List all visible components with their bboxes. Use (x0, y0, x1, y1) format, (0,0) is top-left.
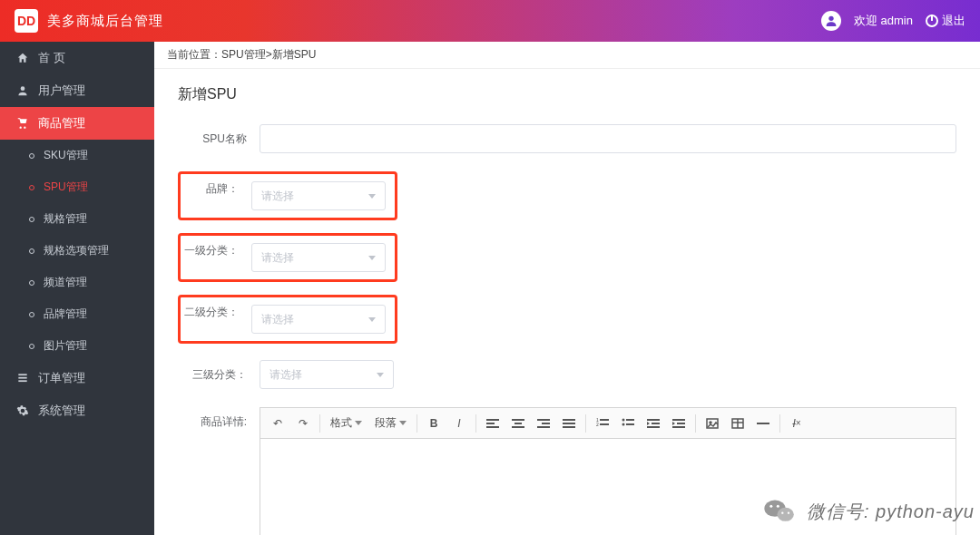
svg-rect-22 (626, 419, 634, 421)
svg-rect-24 (626, 423, 634, 425)
sidebar-item-specs[interactable]: 规格管理 (0, 203, 154, 235)
power-icon (926, 15, 938, 27)
logout-label: 退出 (942, 13, 965, 29)
sidebar-item-sku[interactable]: SKU管理 (0, 140, 154, 171)
svg-point-21 (622, 418, 625, 421)
sidebar-item-label: 规格管理 (44, 211, 87, 227)
svg-rect-16 (563, 426, 575, 428)
hr-button[interactable] (751, 412, 775, 435)
align-right-button[interactable] (532, 412, 555, 435)
svg-text:2: 2 (596, 422, 599, 427)
bullet-icon (29, 344, 34, 349)
sidebar-item-system[interactable]: 系统管理 (0, 394, 154, 427)
sidebar-item-label: 商品管理 (38, 115, 85, 131)
cat2-select[interactable]: 请选择 (251, 305, 386, 334)
sidebar: 首 页 用户管理 商品管理 SKU管理 SPU管理 规格管理 规格选项管理 频 (0, 42, 154, 535)
svg-point-1 (21, 86, 25, 91)
table-button[interactable] (726, 412, 750, 435)
separator (416, 414, 417, 433)
svg-point-23 (622, 423, 625, 425)
avatar[interactable] (821, 11, 841, 31)
chevron-down-icon (399, 421, 407, 425)
format-label: 格式 (330, 415, 352, 431)
breadcrumb: 当前位置： SPU管理>新增SPU (154, 42, 980, 69)
sidebar-item-channels[interactable]: 频道管理 (0, 267, 154, 298)
logout-button[interactable]: 退出 (926, 13, 965, 29)
svg-rect-3 (18, 377, 26, 379)
align-justify-button[interactable] (557, 412, 581, 435)
sidebar-item-users[interactable]: 用户管理 (0, 74, 154, 107)
svg-rect-11 (537, 419, 550, 421)
svg-point-51 (769, 505, 772, 508)
sidebar-item-label: SPU管理 (44, 180, 88, 195)
cat2-label: 二级分类： (181, 305, 251, 334)
chevron-down-icon (368, 256, 376, 260)
ordered-list-button[interactable]: 12 (591, 412, 614, 435)
chevron-down-icon (368, 194, 376, 199)
brand-select[interactable]: 请选择 (251, 181, 386, 210)
chevron-down-icon (377, 373, 384, 377)
redo-button[interactable]: ↷ (291, 412, 315, 435)
cat1-label: 一级分类： (181, 243, 251, 272)
svg-rect-20 (600, 423, 609, 425)
bullet-icon (29, 185, 34, 190)
sidebar-item-products[interactable]: 商品管理 (0, 107, 154, 140)
svg-rect-18 (600, 419, 609, 421)
sidebar-item-home[interactable]: 首 页 (0, 42, 154, 74)
sidebar-item-spec-options[interactable]: 规格选项管理 (0, 235, 154, 267)
cart-icon (16, 117, 29, 130)
separator (319, 414, 320, 433)
paragraph-label: 段落 (375, 415, 397, 431)
highlight-brand: 品牌： 请选择 (178, 171, 397, 220)
cat1-select[interactable]: 请选择 (251, 243, 386, 272)
align-center-button[interactable] (506, 412, 530, 435)
undo-button[interactable]: ↶ (266, 412, 289, 435)
separator (475, 414, 476, 433)
svg-rect-2 (18, 374, 26, 375)
spu-name-input[interactable] (260, 124, 956, 153)
outdent-button[interactable] (642, 412, 665, 435)
unordered-list-button[interactable] (616, 412, 640, 435)
align-left-button[interactable] (481, 412, 505, 435)
svg-point-54 (788, 512, 789, 514)
separator (585, 414, 586, 433)
bullet-icon (29, 312, 34, 317)
list-icon (16, 372, 29, 384)
italic-button[interactable]: I (447, 412, 471, 435)
sidebar-item-label: SKU管理 (44, 148, 88, 163)
chevron-down-icon (355, 421, 362, 425)
page-title: 新增SPU (178, 85, 956, 104)
gear-icon (16, 404, 29, 417)
sidebar-item-brands[interactable]: 品牌管理 (0, 298, 154, 330)
select-placeholder: 请选择 (261, 189, 294, 204)
sidebar-item-label: 系统管理 (38, 403, 85, 419)
cat3-select[interactable]: 请选择 (260, 360, 394, 389)
sidebar-item-label: 频道管理 (44, 275, 87, 290)
bold-button[interactable]: B (422, 412, 446, 435)
svg-rect-6 (486, 423, 495, 424)
logo-text: DD (17, 14, 35, 28)
svg-rect-14 (563, 419, 575, 421)
sidebar-item-spu[interactable]: SPU管理 (0, 171, 154, 203)
sidebar-item-label: 规格选项管理 (44, 243, 109, 258)
select-placeholder: 请选择 (270, 367, 302, 383)
format-dropdown[interactable]: 格式 (325, 412, 368, 435)
svg-rect-13 (537, 426, 550, 428)
bullet-icon (29, 248, 34, 254)
svg-rect-7 (486, 426, 499, 428)
image-button[interactable] (701, 412, 724, 435)
svg-rect-30 (672, 426, 685, 428)
sidebar-item-orders[interactable]: 订单管理 (0, 362, 154, 394)
clear-format-button[interactable]: I× (785, 412, 808, 435)
svg-point-52 (777, 505, 779, 508)
cat3-label: 三级分类： (178, 367, 260, 383)
indent-button[interactable] (667, 412, 691, 435)
spu-name-label: SPU名称 (178, 131, 260, 147)
bullet-icon (29, 153, 34, 159)
sidebar-item-images[interactable]: 图片管理 (0, 330, 154, 362)
svg-rect-27 (647, 426, 660, 428)
watermark: 微信号: python-ayu (761, 493, 975, 530)
paragraph-dropdown[interactable]: 段落 (369, 412, 412, 435)
brand-label: 品牌： (181, 181, 251, 210)
sidebar-item-label: 品牌管理 (44, 306, 87, 322)
